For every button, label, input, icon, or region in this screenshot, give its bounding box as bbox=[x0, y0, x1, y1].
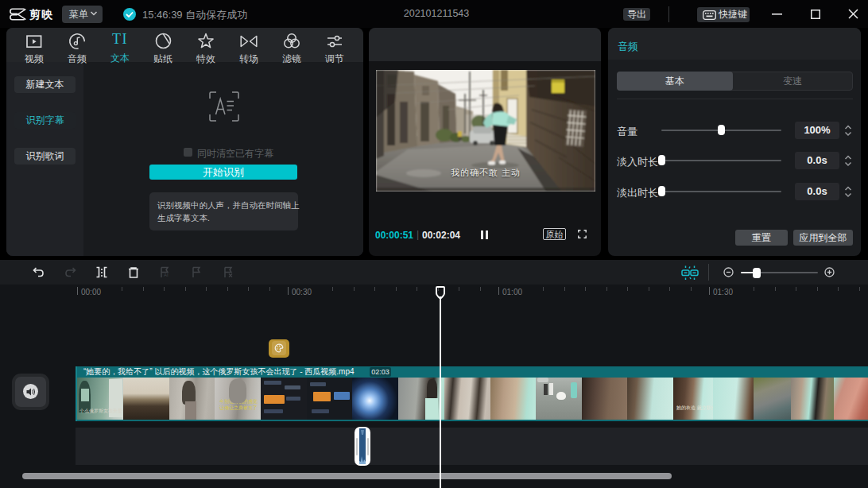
svg-text:AI: AI bbox=[164, 273, 169, 277]
